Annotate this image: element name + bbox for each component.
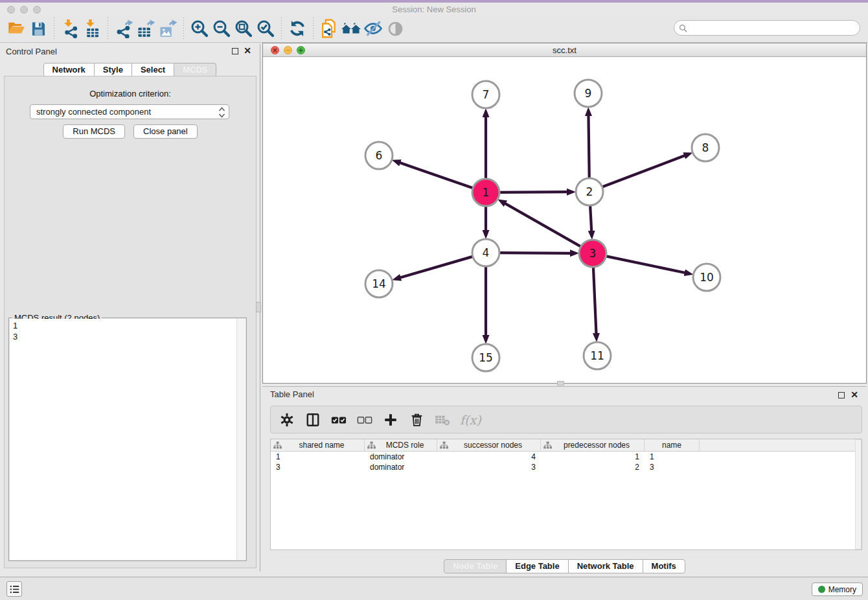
cell-predecessor-nodes: 2 [541, 462, 645, 472]
zoom-out-button[interactable] [211, 17, 233, 40]
network-canvas[interactable]: 7968124314101511 [263, 57, 866, 383]
tab-node-table[interactable]: Node Table [444, 559, 507, 573]
control-panel-title: Control Panel [6, 47, 57, 56]
tab-mcds[interactable]: MCDS [174, 63, 216, 77]
graph-node-14[interactable]: 14 [365, 270, 393, 297]
table-row[interactable]: 3dominator323 [271, 462, 862, 472]
mcds-result-group: MCDS result (2 nodes) 1 3 [8, 317, 247, 561]
column-header-shared-name[interactable]: shared name [271, 439, 365, 451]
float-panel-icon[interactable] [232, 48, 238, 54]
zoom-out-icon [212, 19, 231, 38]
column-type-icon [273, 441, 282, 449]
select-stepper-icon [218, 107, 225, 120]
tab-network-table[interactable]: Network Table [568, 559, 643, 573]
tab-select[interactable]: Select [131, 63, 174, 77]
delete-column-button[interactable] [408, 411, 425, 428]
table-toolbar: f(x) [270, 406, 862, 433]
column-header-name[interactable]: name [645, 439, 700, 451]
import-network-icon [60, 19, 80, 38]
horizontal-splitter-handle[interactable] [557, 381, 564, 386]
close-panel-icon[interactable]: ✕ [244, 45, 251, 56]
graph-node-6[interactable]: 6 [365, 142, 393, 169]
svg-text:7: 7 [483, 88, 490, 101]
cell-shared-name: 1 [271, 452, 365, 462]
import-network-button[interactable] [59, 17, 81, 40]
search-field[interactable] [674, 20, 860, 36]
tab-motifs[interactable]: Motifs [643, 559, 685, 573]
graph-node-9[interactable]: 9 [575, 80, 602, 107]
select-all-columns-button[interactable] [330, 411, 347, 428]
zoom-selected-button[interactable] [255, 17, 277, 40]
table-row[interactable]: 1dominator411 [271, 452, 862, 462]
column-header-predecessor-nodes[interactable]: predecessor nodes [541, 439, 645, 451]
mcds-result-text[interactable]: 1 3 [10, 319, 236, 560]
save-session-button[interactable] [27, 17, 49, 40]
edge-2-to-8[interactable] [602, 156, 685, 187]
result-scrollbar[interactable] [236, 319, 246, 560]
close-table-panel-icon[interactable]: ✕ [851, 389, 858, 400]
table-scrollbar[interactable] [855, 439, 862, 549]
edge-2-to-3[interactable] [590, 205, 591, 231]
column-header-MCDS-role[interactable]: MCDS role [365, 439, 437, 451]
tab-network[interactable]: Network [43, 63, 95, 77]
delete-table-icon [435, 414, 450, 426]
graph-node-1[interactable]: 1 [472, 179, 499, 206]
zoom-selected-icon [256, 19, 275, 38]
vertical-splitter-handle[interactable] [256, 302, 261, 312]
run-mcds-button[interactable]: Run MCDS [63, 124, 125, 139]
edge-3-to-11[interactable] [593, 267, 597, 334]
column-header-successor-nodes[interactable]: successor nodes [437, 439, 541, 451]
memory-button[interactable]: Memory [812, 583, 863, 596]
edge-2-to-9[interactable] [588, 115, 589, 178]
close-panel-button[interactable]: Close panel [133, 124, 198, 139]
graph-node-15[interactable]: 15 [472, 344, 499, 371]
optimization-criterion-select[interactable]: strongly connected component [30, 104, 229, 119]
show-all-networks-button[interactable] [340, 17, 362, 40]
edge-1-to-6[interactable] [400, 163, 473, 188]
edge-4-to-3[interactable] [499, 253, 571, 253]
view-mode-button[interactable] [384, 17, 406, 40]
tab-edge-table[interactable]: Edge Table [506, 559, 568, 573]
export-image-button[interactable] [157, 17, 179, 40]
graph-node-3[interactable]: 3 [579, 240, 606, 267]
graph-node-7[interactable]: 7 [472, 81, 499, 108]
show-columns-button[interactable] [304, 411, 321, 428]
network-window-titlebar[interactable]: × − + scc.txt [263, 43, 866, 57]
edge-4-to-14[interactable] [400, 257, 473, 278]
folder-open-icon [7, 19, 25, 38]
deselect-all-columns-button[interactable] [356, 411, 373, 428]
cell-successor-nodes: 3 [437, 462, 541, 472]
task-history-button[interactable] [6, 581, 22, 597]
toolbar-separator [108, 17, 108, 40]
tab-style[interactable]: Style [94, 63, 132, 77]
graph-node-8[interactable]: 8 [692, 134, 719, 161]
zoom-fit-button[interactable] [233, 17, 255, 40]
create-column-button[interactable] [382, 411, 399, 428]
float-table-panel-icon[interactable] [838, 392, 845, 398]
refresh-network-button[interactable] [286, 17, 308, 40]
export-table-button[interactable] [135, 17, 157, 40]
search-input[interactable] [691, 23, 860, 34]
graph-node-2[interactable]: 2 [576, 178, 603, 205]
graph-node-11[interactable]: 11 [584, 342, 611, 369]
cell-shared-name: 3 [271, 462, 365, 472]
clone-network-button[interactable] [318, 17, 340, 40]
export-network-button[interactable] [113, 17, 135, 40]
svg-text:4: 4 [483, 246, 490, 259]
floppy-disk-icon [30, 20, 47, 38]
table-panel-title: Table Panel [270, 389, 314, 399]
zoom-in-button[interactable] [188, 17, 211, 40]
edge-3-to-10[interactable] [606, 256, 685, 273]
table-settings-button[interactable] [279, 411, 295, 428]
optimization-criterion-label: Optimization criterion: [5, 89, 256, 98]
import-table-button[interactable] [81, 17, 103, 40]
view-mode-icon [387, 20, 404, 38]
gear-icon [280, 413, 294, 427]
hide-panels-button[interactable] [362, 17, 384, 40]
edge-1-to-2[interactable] [499, 192, 567, 192]
graph-node-4[interactable]: 4 [472, 239, 499, 266]
graph-node-10[interactable]: 10 [693, 264, 720, 291]
open-session-button[interactable] [5, 17, 27, 40]
edge-3-to-1[interactable] [505, 203, 581, 247]
memory-label: Memory [828, 585, 856, 594]
